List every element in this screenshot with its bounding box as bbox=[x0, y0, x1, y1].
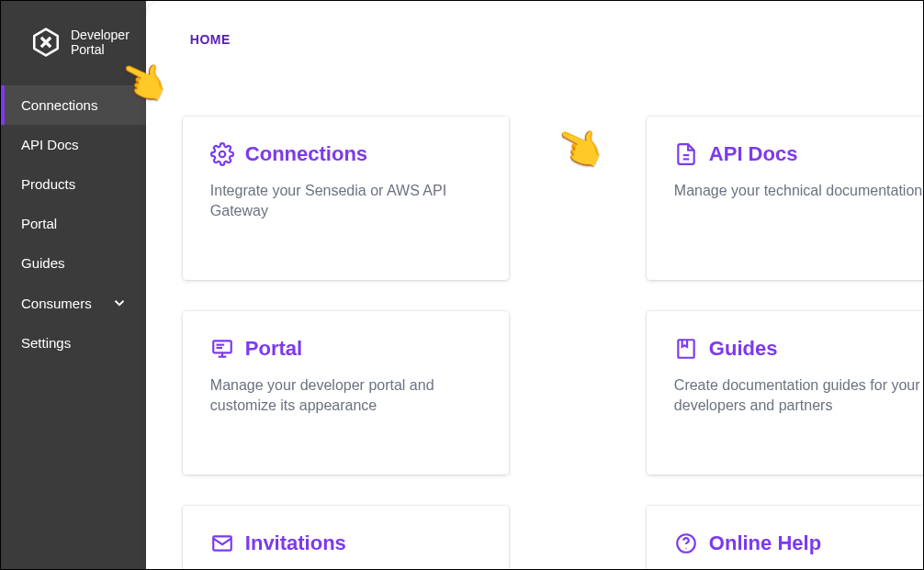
sidebar-item-label: Settings bbox=[21, 335, 71, 351]
card-connections[interactable]: Connections Integrate your Sensedia or A… bbox=[183, 117, 509, 280]
card-title: API Docs bbox=[709, 142, 798, 166]
sidebar-item-label: Products bbox=[21, 176, 75, 192]
svg-point-12 bbox=[685, 548, 686, 549]
sidebar: Developer Portal Connections API Docs Pr… bbox=[1, 1, 146, 569]
card-description: Create documentation guides for your dev… bbox=[674, 375, 924, 417]
envelope-icon bbox=[210, 531, 234, 555]
main-content: HOME Connections Integrate your Sensedia… bbox=[146, 1, 924, 569]
bookmark-icon bbox=[674, 337, 698, 361]
brand-logo-text: Developer Portal bbox=[71, 28, 130, 57]
sidebar-item-label: Consumers bbox=[21, 296, 92, 311]
card-description: Manage your developer portal and customi… bbox=[210, 375, 481, 417]
breadcrumb-home: HOME bbox=[190, 32, 231, 47]
brand-logo-icon bbox=[30, 27, 62, 58]
card-title: Online Help bbox=[709, 531, 821, 555]
card-invitations[interactable]: Invitations bbox=[183, 506, 509, 570]
help-icon bbox=[674, 531, 698, 555]
svg-point-1 bbox=[220, 151, 226, 158]
gear-icon bbox=[210, 142, 234, 166]
card-title: Connections bbox=[245, 142, 367, 166]
sidebar-item-label: Connections bbox=[21, 97, 97, 113]
card-description: Integrate your Sensedia or AWS API Gatew… bbox=[210, 181, 481, 222]
sidebar-item-label: Guides bbox=[21, 255, 65, 271]
breadcrumb[interactable]: HOME bbox=[183, 27, 924, 52]
sidebar-item-portal[interactable]: Portal bbox=[1, 204, 146, 243]
sidebar-item-settings[interactable]: Settings bbox=[1, 323, 146, 363]
card-title: Guides bbox=[709, 337, 778, 361]
card-api-docs[interactable]: API Docs Manage your technical documenta… bbox=[647, 117, 924, 280]
sidebar-item-products[interactable]: Products bbox=[1, 164, 146, 204]
display-icon bbox=[210, 337, 234, 361]
brand-logo[interactable]: Developer Portal bbox=[1, 17, 146, 85]
card-guides[interactable]: Guides Create documentation guides for y… bbox=[647, 311, 924, 475]
sidebar-item-label: API Docs bbox=[21, 137, 79, 152]
card-title: Portal bbox=[245, 337, 302, 361]
sidebar-item-label: Portal bbox=[21, 216, 57, 231]
chevron-down-icon bbox=[111, 295, 128, 311]
sidebar-item-api-docs[interactable]: API Docs bbox=[1, 125, 146, 164]
sidebar-nav: Connections API Docs Products Portal Gui… bbox=[1, 85, 146, 363]
card-grid: Connections Integrate your Sensedia or A… bbox=[183, 117, 924, 570]
card-title: Invitations bbox=[245, 531, 346, 555]
card-description: Manage your technical documentation bbox=[674, 181, 924, 201]
card-portal[interactable]: Portal Manage your developer portal and … bbox=[183, 311, 509, 475]
sidebar-item-guides[interactable]: Guides bbox=[1, 243, 146, 283]
sidebar-item-connections[interactable]: Connections bbox=[1, 85, 146, 125]
sidebar-item-consumers[interactable]: Consumers bbox=[1, 283, 146, 323]
document-icon bbox=[674, 142, 698, 166]
card-online-help[interactable]: Online Help bbox=[647, 506, 924, 570]
